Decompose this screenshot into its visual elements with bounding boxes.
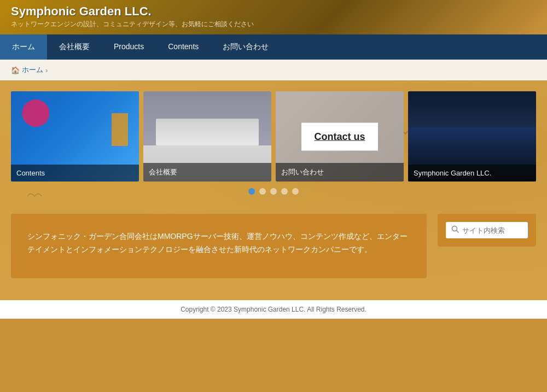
search-input[interactable]	[462, 226, 522, 235]
dot-2[interactable]	[259, 188, 266, 195]
dot-4[interactable]	[281, 188, 288, 195]
dot-1[interactable]	[248, 188, 255, 195]
breadcrumb-home[interactable]: ホーム	[22, 65, 43, 75]
site-title: Symphonic Garden LLC.	[11, 4, 536, 19]
sidebar	[438, 214, 536, 278]
dot-3[interactable]	[270, 188, 277, 195]
card-label-contact: お問い合わせ	[276, 163, 404, 182]
search-input-wrap[interactable]	[446, 222, 528, 238]
page-body: Contents 会社概要 Contact us お問い合わせ	[0, 80, 547, 300]
slide-card-contact[interactable]: Contact us お問い合わせ	[276, 91, 404, 182]
slide-card-contents[interactable]: Contents	[11, 91, 139, 182]
main-nav: ホーム 会社概要 Products Contents お問い合わせ	[0, 34, 547, 60]
dot-5[interactable]	[292, 188, 299, 195]
content-box: シンフォニック・ガーデン合同会社はMMORPGサーバー技術、運営ノウハウ、コンテ…	[11, 214, 427, 278]
search-icon	[451, 225, 459, 235]
contact-card-overlay: Contact us	[301, 122, 378, 150]
breadcrumb-sep: ›	[45, 66, 48, 74]
main-layout: シンフォニック・ガーデン合同会社はMMORPGサーバー技術、運営ノウハウ、コンテ…	[0, 203, 547, 289]
card-label-kaisha: 会社概要	[143, 163, 271, 182]
main-description: シンフォニック・ガーデン合同会社はMMORPGサーバー技術、運営ノウハウ、コンテ…	[27, 230, 410, 256]
card-label-contents: Contents	[11, 165, 139, 182]
slider-container: Contents 会社概要 Contact us お問い合わせ	[11, 91, 536, 182]
card-label-symphonic: Symphonic Garden LLC.	[408, 165, 536, 182]
home-icon: 🏠	[11, 66, 20, 74]
nav-contents[interactable]: Contents	[156, 34, 211, 60]
footer: Copyright © 2023 Symphonic Garden LLC. A…	[0, 300, 547, 319]
contact-us-text: Contact us	[314, 131, 365, 142]
footer-text: Copyright © 2023 Symphonic Garden LLC. A…	[181, 306, 366, 313]
nav-home[interactable]: ホーム	[0, 34, 47, 60]
site-subtitle: ネットワークエンジンの設計、コミュニティデザイン等、お気軽にご相談ください	[11, 20, 536, 29]
nav-products[interactable]: Products	[102, 34, 156, 60]
breadcrumb: 🏠 ホーム ›	[0, 60, 547, 80]
search-box	[438, 214, 536, 247]
slide-card-symphonic[interactable]: Symphonic Garden LLC.	[408, 91, 536, 182]
svg-line-1	[457, 231, 459, 233]
site-header: Symphonic Garden LLC. ネットワークエンジンの設計、コミュニ…	[0, 0, 547, 34]
slide-card-kaisha[interactable]: 会社概要	[143, 91, 271, 182]
slider-section: Contents 会社概要 Contact us お問い合わせ	[0, 80, 547, 203]
nav-about[interactable]: 会社概要	[47, 34, 102, 60]
slider-dots	[11, 182, 536, 197]
nav-contact[interactable]: お問い合わせ	[211, 34, 281, 60]
